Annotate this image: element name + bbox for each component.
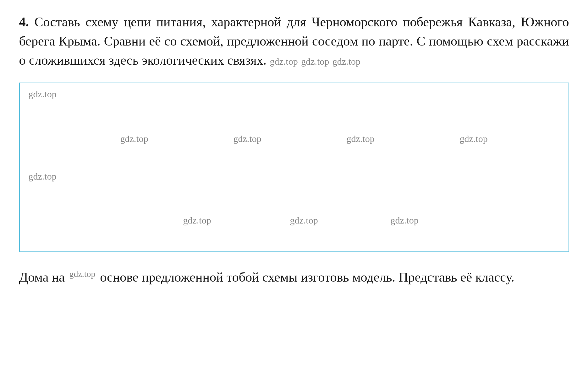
drawing-box: gdz.top gdz.top gdz.top gdz.top gdz.top …	[19, 83, 569, 252]
box-watermark-row2-1: gdz.top	[183, 215, 211, 226]
box-watermark-midleft: gdz.top	[29, 171, 57, 182]
bottom-text: Дома на gdz.top основе предложенной тобо…	[19, 268, 569, 287]
watermark-inline-2: gdz.top	[301, 56, 329, 67]
box-watermark-row2-2: gdz.top	[290, 215, 318, 226]
box-watermark-row2-3: gdz.top	[391, 215, 419, 226]
box-watermark-row1-4: gdz.top	[460, 133, 488, 144]
watermark-inline-3: gdz.top	[332, 56, 360, 67]
task-text: 4. Составь схему цепи питания, характерн…	[19, 13, 569, 70]
box-watermark-topleft: gdz.top	[29, 89, 57, 100]
task-number: 4.	[19, 15, 29, 29]
box-watermark-row1-2: gdz.top	[234, 133, 261, 144]
bottom-rest: основе предложенной тобой схемы изготовь…	[100, 270, 514, 284]
box-watermark-row1-1: gdz.top	[120, 133, 148, 144]
watermark-inline-1: gdz.top	[270, 56, 298, 67]
bottom-watermark: gdz.top	[69, 269, 95, 279]
page-container: 4. Составь схему цепи питания, характерн…	[19, 13, 569, 287]
box-watermark-row1-3: gdz.top	[347, 133, 375, 144]
bottom-intro: Дома на	[19, 270, 65, 284]
